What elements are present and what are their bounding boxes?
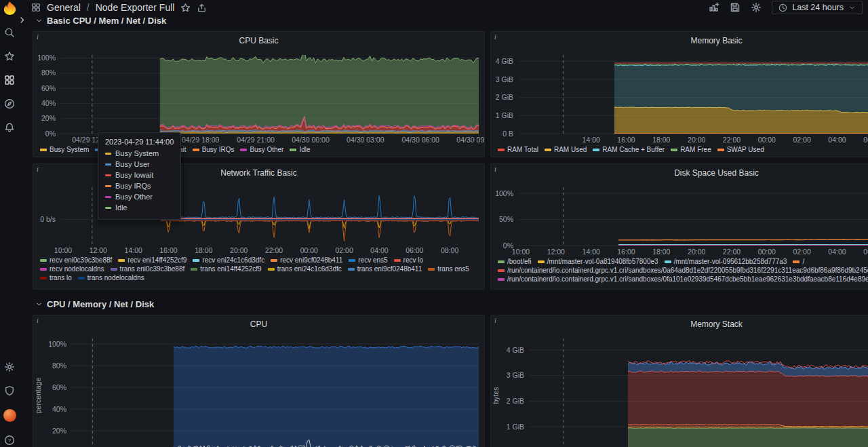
legend-item[interactable]: trans eni14ff4252cf9	[191, 265, 261, 273]
chevron-down-icon	[35, 300, 43, 308]
legend-series-label: trans nodelocaldns	[87, 273, 144, 282]
favorite-star-icon[interactable]	[180, 3, 191, 13]
legend-series-label: /	[802, 257, 804, 266]
panel-header[interactable]: i Disk Space Used Basic	[491, 164, 868, 182]
add-panel-icon[interactable]	[709, 2, 719, 13]
help-icon[interactable]: ?	[4, 435, 15, 446]
legend-item[interactable]: /mnt/master-vol-095612bb258d777a3	[665, 257, 787, 266]
legend-item[interactable]: recv nodelocaldns	[40, 265, 104, 273]
grafana-logo[interactable]	[2, 1, 18, 19]
row-toggle-cpu-memory[interactable]: CPU / Memory / Net / Disk	[35, 299, 154, 309]
sidebar: ?	[0, 15, 19, 447]
legend-item[interactable]: SWAP Used	[717, 145, 764, 154]
legend-item[interactable]: /	[793, 257, 804, 266]
info-icon[interactable]: i	[37, 166, 39, 173]
breadcrumb-folder[interactable]: General	[47, 2, 81, 13]
info-icon[interactable]: i	[494, 166, 496, 173]
panel-header[interactable]: i CPU Basic	[33, 32, 484, 50]
svg-text:20:00: 20:00	[230, 246, 248, 254]
legend-item[interactable]: recv eni24c1c6d3dfc	[193, 256, 264, 265]
legend-item[interactable]: trans lo	[40, 273, 72, 282]
alerting-icon[interactable]	[4, 122, 15, 133]
legend-series-marker	[40, 149, 47, 151]
legend-item[interactable]: /boot/efi	[498, 257, 532, 266]
chart-memory-stack[interactable]: 1 GiB2 GiB3 GiB4 GiBbytes	[491, 333, 868, 447]
legend-item[interactable]: recv lo	[394, 256, 423, 265]
legend-item[interactable]: recv eni0c39c3be88f	[40, 256, 112, 265]
svg-text:22:00: 22:00	[265, 246, 283, 254]
legend-series-label: /run/containerd/io.containerd.grpc.v1.cr…	[507, 275, 868, 284]
legend-item[interactable]: Idle	[290, 145, 310, 154]
legend-item[interactable]: recv eni14ff4252cf9	[118, 256, 186, 265]
legend-item[interactable]: trans nodelocaldns	[78, 273, 144, 282]
legend-item[interactable]: /run/containerd/io.containerd.grpc.v1.cr…	[498, 275, 868, 284]
panel-title[interactable]: Memory Basic	[690, 36, 742, 45]
legend-item[interactable]: Busy Other	[240, 145, 283, 154]
legend-item[interactable]: recv ens5	[349, 256, 387, 265]
panel-title[interactable]: Memory Stack	[690, 319, 743, 329]
legend-item[interactable]: RAM Cache + Buffer	[593, 145, 665, 154]
chart-memory-basic[interactable]: 0 B1 GiB2 GiB3 GiB4 GiB14:0016:0018:0020…	[491, 50, 868, 144]
chart-disk-space[interactable]: 0%50%100%10:0012:0014:0016:0018:0020:002…	[491, 182, 868, 256]
sidebar-expand-button[interactable]	[18, 16, 26, 24]
svg-text:04/30 09:00: 04/30 09:00	[456, 136, 485, 144]
panel-title[interactable]: CPU Basic	[239, 36, 278, 45]
breadcrumb-dashboard-title[interactable]: Node Exporter Full	[96, 2, 175, 13]
legend-series-label: RAM Cache + Buffer	[602, 145, 665, 154]
legend-item[interactable]: /run/containerd/io.containerd.grpc.v1.cr…	[498, 266, 868, 275]
dashboards-icon[interactable]	[4, 75, 15, 85]
legend-item[interactable]: trans eni24c1c6d3dfc	[268, 265, 342, 273]
search-icon[interactable]	[4, 27, 15, 38]
dashboard-settings-icon[interactable]	[751, 2, 762, 13]
info-icon[interactable]: i	[494, 317, 496, 324]
time-range-picker[interactable]: Last 24 hours	[772, 1, 863, 14]
legend-item[interactable]: recv eni9cf0248b411	[271, 256, 342, 265]
server-admin-shield-icon[interactable]	[4, 385, 15, 396]
explore-icon[interactable]	[4, 98, 15, 109]
legend-series-marker	[40, 259, 47, 262]
row-toggle-basic[interactable]: Basic CPU / Mem / Net / Disk	[35, 16, 166, 26]
configuration-gear-icon[interactable]	[4, 362, 15, 372]
legend-series-label: trans ens5	[437, 265, 469, 273]
info-icon[interactable]: i	[37, 317, 39, 324]
svg-text:18:00: 18:00	[652, 136, 670, 144]
share-icon[interactable]	[197, 3, 207, 13]
panel-title[interactable]: Network Traffic Basic	[220, 168, 296, 178]
svg-text:0%: 0%	[45, 130, 56, 138]
panel-header[interactable]: i CPU	[33, 315, 484, 333]
svg-text:04/30 03:00: 04/30 03:00	[347, 136, 384, 144]
tooltip-series-label: Busy System	[115, 149, 159, 157]
legend-item[interactable]: trans eni0c39c3be88f	[111, 265, 185, 273]
chart-cpu[interactable]: 20%40%60%80%100%percentage	[33, 333, 484, 447]
legend-item[interactable]: RAM Used	[545, 145, 587, 154]
legend-series-label: Busy System	[50, 145, 89, 154]
tooltip-series-row: Busy Other	[105, 193, 174, 201]
legend-item[interactable]: Busy System	[40, 145, 89, 154]
legend-item[interactable]: Busy IRQs	[193, 145, 235, 154]
legend-item[interactable]: trans eni9cf0248b411	[348, 265, 422, 273]
panel-title[interactable]: Disk Space Used Basic	[674, 168, 759, 178]
legend-series-marker	[191, 268, 197, 271]
svg-text:06:00: 06:00	[863, 248, 868, 256]
save-dashboard-icon[interactable]	[730, 2, 741, 13]
panel-title[interactable]: CPU	[250, 319, 267, 329]
legend-item[interactable]: trans ens5	[428, 265, 469, 273]
info-icon[interactable]: i	[494, 33, 496, 41]
svg-text:18:00: 18:00	[195, 246, 212, 254]
svg-text:50%: 50%	[499, 215, 513, 223]
svg-text:1 GiB: 1 GiB	[496, 111, 513, 119]
panel-header[interactable]: i Memory Basic	[491, 32, 868, 50]
legend-series-label: recv nodelocaldns	[50, 265, 104, 273]
legend-series-marker	[78, 277, 85, 279]
chart-cpu-basic[interactable]: 0%20%40%60%80%100%04/29 12:0004/29 15:00…	[33, 50, 484, 144]
svg-text:04/30 00:00: 04/30 00:00	[292, 136, 330, 144]
legend-item[interactable]: /mnt/master-vol-0a819408fb57800e3	[538, 257, 658, 266]
info-icon[interactable]: i	[37, 33, 39, 41]
legend-item[interactable]: RAM Total	[498, 145, 538, 154]
tooltip-series-row: Idle	[105, 203, 174, 212]
svg-text:100%: 100%	[495, 189, 513, 197]
legend-item[interactable]: RAM Free	[671, 145, 711, 154]
starred-icon[interactable]	[4, 51, 15, 62]
user-avatar[interactable]	[3, 409, 16, 422]
panel-header[interactable]: i Memory Stack	[491, 315, 868, 333]
